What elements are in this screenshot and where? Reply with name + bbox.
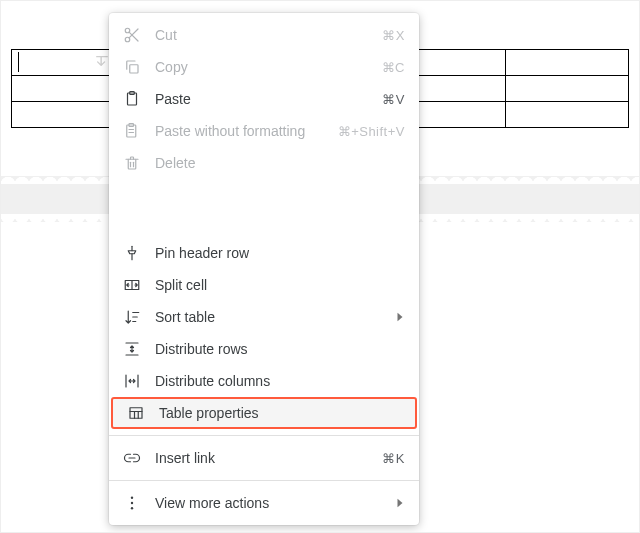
menu-separator [109, 435, 419, 436]
menu-item-split-cell[interactable]: Split cell [109, 269, 419, 301]
menu-item-label: Distribute columns [155, 373, 405, 389]
menu-item-view-more-actions[interactable]: View more actions [109, 487, 419, 519]
menu-item-insert-link[interactable]: Insert link ⌘K [109, 442, 419, 474]
split-cell-icon [123, 276, 141, 294]
menu-item-shortcut: ⌘X [382, 28, 405, 43]
menu-item-label: Sort table [155, 309, 385, 325]
clipboard-icon [123, 90, 141, 108]
submenu-arrow-icon [395, 309, 405, 325]
distribute-columns-icon [123, 372, 141, 390]
pin-icon [123, 244, 141, 262]
menu-item-shortcut: ⌘C [382, 60, 405, 75]
menu-item-cut[interactable]: Cut ⌘X [109, 19, 419, 51]
menu-item-label: Copy [155, 59, 372, 75]
menu-item-label: Cut [155, 27, 372, 43]
clipboard-text-icon [123, 122, 141, 140]
menu-item-shortcut: ⌘V [382, 92, 405, 107]
menu-item-label: Paste [155, 91, 372, 107]
svg-rect-4 [130, 65, 138, 73]
text-cursor [18, 52, 19, 72]
menu-item-table-properties[interactable]: Table properties [111, 397, 417, 429]
tabstop-indicator [95, 54, 109, 68]
svg-point-29 [131, 502, 133, 504]
menu-item-label: Distribute rows [155, 341, 405, 357]
menu-item-label: Table properties [159, 405, 401, 421]
menu-item-label: Pin header row [155, 245, 405, 261]
sort-icon [123, 308, 141, 326]
scissors-icon [123, 26, 141, 44]
more-vertical-icon [123, 494, 141, 512]
distribute-rows-icon [123, 340, 141, 358]
trash-icon [123, 154, 141, 172]
menu-item-label: Split cell [155, 277, 405, 293]
menu-item-copy[interactable]: Copy ⌘C [109, 51, 419, 83]
menu-separator [109, 480, 419, 481]
link-icon [123, 449, 141, 467]
menu-item-label: Delete [155, 155, 405, 171]
table-icon [127, 404, 145, 422]
menu-item-delete[interactable]: Delete [109, 147, 419, 179]
menu-item-shortcut: ⌘K [382, 451, 405, 466]
menu-item-sort-table[interactable]: Sort table [109, 301, 419, 333]
menu-item-distribute-rows[interactable]: Distribute rows [109, 333, 419, 365]
context-menu: Cut ⌘X Copy ⌘C Paste ⌘V Paste without fo… [109, 13, 419, 525]
menu-item-label: View more actions [155, 495, 385, 511]
copy-icon [123, 58, 141, 76]
menu-item-paste[interactable]: Paste ⌘V [109, 83, 419, 115]
svg-point-28 [131, 497, 133, 499]
menu-item-paste-without-formatting[interactable]: Paste without formatting ⌘+Shift+V [109, 115, 419, 147]
svg-rect-23 [130, 408, 142, 419]
menu-item-shortcut: ⌘+Shift+V [338, 124, 405, 139]
svg-point-30 [131, 507, 133, 509]
submenu-arrow-icon [395, 495, 405, 511]
menu-item-pin-header-row[interactable]: Pin header row [109, 237, 419, 269]
menu-item-label: Paste without formatting [155, 123, 328, 139]
menu-item-label: Insert link [155, 450, 372, 466]
menu-item-distribute-columns[interactable]: Distribute columns [109, 365, 419, 397]
